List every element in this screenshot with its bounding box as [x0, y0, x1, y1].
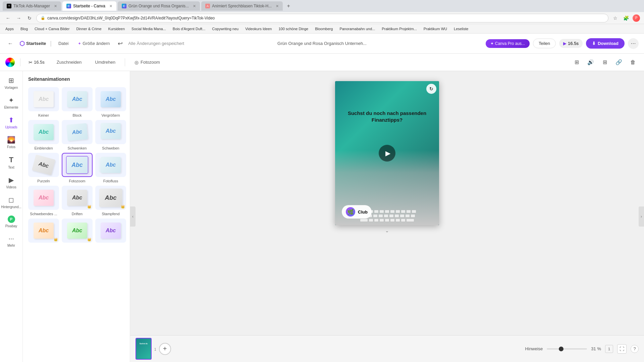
teilen-button[interactable]: Teilen — [533, 39, 556, 48]
back-to-home-button[interactable]: ← — [5, 39, 15, 49]
bookmark-blog[interactable]: Blog — [18, 26, 31, 32]
color-picker[interactable] — [5, 58, 15, 67]
canvas-preview[interactable]: Suchst du noch nach passenden Finanztipp… — [335, 81, 439, 225]
tab-animiert[interactable]: A Animiert Sprechblasen Tiktok-H... ✕ — [201, 1, 283, 11]
anim-item-purzeln[interactable]: Abc Purzeln — [28, 153, 59, 183]
canvas-reload-button[interactable]: ↻ — [426, 84, 436, 94]
sidebar-item-vorlagen[interactable]: ⊞ Vorlagen — [1, 74, 21, 92]
zoom-slider[interactable] — [547, 348, 587, 350]
anim-item-vergroßern[interactable]: Abc Vergrößern — [95, 87, 126, 117]
hints-button[interactable]: Hinweise — [525, 346, 543, 351]
sidebar: ⊞ Vorlagen ✦ Elemente ⬆ Uploads 🌄 Fotos … — [0, 71, 23, 362]
tab-tiktok[interactable]: T TikTok Ads-Manager ✕ — [3, 1, 61, 11]
reload-browser-button[interactable]: ↻ — [25, 14, 34, 22]
key — [379, 210, 384, 213]
close-tab-canva[interactable]: ✕ — [109, 4, 112, 8]
bookmark-bois[interactable]: Bois d'Argent Duft... — [170, 26, 208, 32]
anim-item-schwenken[interactable]: Abc Schwenken — [62, 120, 93, 150]
time-display-button[interactable]: ▶ 16.5s — [559, 39, 583, 48]
page-view-button[interactable]: 1 — [605, 345, 613, 353]
bookmark-kursideen[interactable]: Kursideen — [106, 26, 128, 32]
key — [369, 219, 373, 222]
help-button[interactable]: ? — [631, 345, 639, 353]
sidebar-item-uploads[interactable]: ⬆ Uploads — [1, 113, 21, 132]
duration-display[interactable]: ✂ 16.5s — [26, 58, 47, 66]
back-browser-button[interactable]: ← — [4, 14, 12, 22]
sidebar-item-hintergrund[interactable]: ◻ Hintergrund... — [1, 193, 21, 212]
anim-item-row5-2[interactable]: Abc 👑 — [62, 219, 93, 245]
key — [406, 210, 411, 213]
address-bar[interactable]: 🔒 canva.com/design/DAEl3hLsW_0/q0DqP7PxK… — [36, 14, 608, 22]
bookmark-praktikum2[interactable]: Praktikum WU — [421, 26, 450, 32]
expand-button[interactable]: ⛶ — [617, 344, 627, 354]
profile-icon[interactable]: P — [633, 14, 640, 22]
uploads-icon: ⬆ — [8, 116, 14, 124]
canvas-scroll-down[interactable]: ⌄ — [385, 228, 389, 233]
zoom-slider-handle[interactable] — [559, 347, 564, 351]
bookmark-social[interactable]: Social Media Mana... — [129, 26, 169, 32]
home-button[interactable]: ⬡ Startseite — [19, 40, 46, 47]
bookmark-star-button[interactable]: ☆ — [611, 14, 619, 22]
bookmark-copy[interactable]: Copywriting neu — [209, 26, 241, 32]
anim-thumb-einblenden: Abc — [28, 120, 59, 144]
add-slide-button[interactable]: + — [159, 343, 171, 355]
anim-item-row5-3[interactable]: Abc — [95, 219, 126, 245]
anim-thumb-block: Abc — [62, 87, 93, 111]
canvas-headline: Suchst du noch nach passenden Finanztipp… — [343, 110, 431, 123]
bookmark-dinner[interactable]: Dinner & Crime — [73, 26, 104, 32]
anim-item-schweben[interactable]: Abc Schweben — [95, 120, 126, 150]
canvas-play-button[interactable]: ▶ — [379, 145, 395, 162]
bookmark-video[interactable]: Videokurs Ideen — [243, 26, 274, 32]
tab-canva-design[interactable]: C Grün Orange und Rosa Organis... ✕ — [118, 1, 200, 11]
link-icon-button[interactable]: 🔗 — [613, 57, 625, 68]
anim-item-keiner[interactable]: Abc Keiner — [28, 87, 59, 117]
extensions-button[interactable]: 🧩 — [622, 14, 630, 22]
trash-icon-button[interactable]: 🗑 — [627, 57, 639, 68]
new-tab-button[interactable]: + — [284, 2, 293, 10]
sidebar-item-elemente[interactable]: ✦ Elemente — [1, 94, 21, 112]
bookmark-apps[interactable]: Apps — [3, 26, 16, 32]
umdrehen-button[interactable]: Umdrehen — [91, 58, 119, 67]
anim-item-stampfend[interactable]: Abc 👑 Stampfend — [95, 186, 126, 216]
premium-crown-stampfend: 👑 — [121, 205, 125, 208]
datei-button[interactable]: Datei — [56, 40, 71, 47]
grosse-button[interactable]: ✦ Größe ändern — [75, 40, 112, 47]
anim-item-driften[interactable]: Abc 👑 Driften — [62, 186, 93, 216]
scroll-left[interactable]: ‹ — [130, 206, 136, 227]
fotozoom-toolbar-button[interactable]: ◎ Fotozoom — [130, 58, 164, 67]
sidebar-item-text[interactable]: T Text — [1, 153, 21, 172]
more-options-button[interactable]: ··· — [628, 38, 639, 49]
undo-button[interactable]: ↩ — [116, 39, 124, 49]
download-button[interactable]: ⬇ Download — [586, 38, 625, 49]
bookmark-bloomberg[interactable]: Bloomberg — [312, 26, 335, 32]
bookmark-leseliste[interactable]: Leseliste — [451, 26, 471, 32]
scroll-right[interactable]: › — [639, 206, 644, 227]
browser-tab-bar: T TikTok Ads-Manager ✕ C Startseite - Ca… — [0, 0, 644, 12]
close-tab-tiktok[interactable]: ✕ — [54, 4, 57, 8]
sidebar-item-pixabay[interactable]: P Pixabay — [1, 213, 21, 231]
forward-browser-button[interactable]: → — [15, 14, 23, 22]
tab-canva-start[interactable]: C Startseite - Canva ✕ — [62, 1, 116, 11]
anim-item-fotofluss[interactable]: Abc Abc Fotofluss — [95, 153, 126, 183]
anim-item-einblenden[interactable]: Abc Einblenden — [28, 120, 59, 150]
zuschneiden-button[interactable]: Zuschneiden — [53, 58, 86, 67]
anim-item-schwebend[interactable]: Abc Schwebendes ... — [28, 186, 59, 216]
sidebar-item-videos[interactable]: ▶ Videos — [1, 173, 21, 192]
bookmark-praktikum1[interactable]: Praktikum Projektm... — [379, 26, 420, 32]
sidebar-item-fotos[interactable]: 🌄 Fotos — [1, 133, 21, 152]
canva-pro-button[interactable]: ✦ Canva Pro aus... — [486, 39, 530, 48]
close-tab-animiert[interactable]: ✕ — [276, 4, 279, 8]
anim-item-fotozoom[interactable]: Abc Fotozoom — [62, 153, 93, 183]
speaker-icon-button[interactable]: 🔊 — [585, 57, 596, 68]
effects-icon-button[interactable]: ⊞ — [599, 57, 610, 68]
bookmark-panorama[interactable]: Panoramabahn und... — [337, 26, 378, 32]
slide-thumbnail-1[interactable]: Suchst du — [136, 338, 152, 360]
bookmark-cloud[interactable]: Cloud + Canva Bilder — [32, 26, 72, 32]
anim-item-row5-1[interactable]: Abc 👑 — [28, 219, 59, 245]
anim-item-block[interactable]: Abc Block — [62, 87, 93, 117]
bookmark-100[interactable]: 100 schöne Dinge — [276, 26, 311, 32]
close-tab-design[interactable]: ✕ — [193, 4, 196, 8]
grid-icon-button[interactable]: ⊞ — [571, 57, 582, 68]
fotozoom-icon: ◎ — [135, 60, 139, 65]
sidebar-item-mehr[interactable]: ··· Mehr — [1, 232, 21, 250]
